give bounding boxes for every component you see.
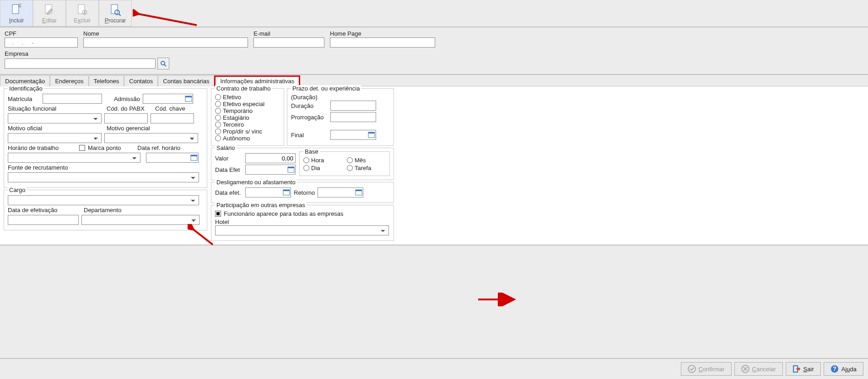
propdir-label: Prop/dir s/ vinc — [223, 128, 262, 135]
tab-telefones[interactable]: Telefones — [89, 75, 124, 86]
calendar-icon — [283, 188, 290, 196]
codchave-label: Cód. chave — [155, 105, 185, 112]
svg-rect-21 — [283, 190, 290, 191]
retorno-label: Retorno — [294, 189, 315, 196]
func-todas-label: Funcionário aparece para todas as empres… — [224, 210, 344, 217]
calendar-icon — [355, 188, 362, 196]
marca-ponto-label: Marca ponto — [88, 144, 121, 151]
fonte-label: Fonte de recrutamento — [8, 164, 68, 171]
procurar-label: Procurar — [105, 17, 126, 24]
svg-point-24 — [688, 365, 695, 373]
email-label: E-mail — [253, 30, 324, 37]
valor-label: Valor — [215, 155, 243, 162]
ajuda-label: Ajuda — [841, 366, 857, 373]
legend-prazo: Prazo det. ou experiência — [291, 85, 361, 92]
valor-input[interactable] — [245, 153, 296, 163]
editar-button[interactable]: Editar — [33, 0, 66, 27]
sair-button[interactable]: Sair — [786, 362, 821, 376]
motivo-ger-select[interactable] — [104, 133, 198, 143]
radio-terceiro[interactable] — [215, 122, 221, 128]
svg-rect-17 — [368, 132, 375, 133]
radio-dia[interactable] — [303, 165, 309, 171]
matricula-label: Matrícula — [8, 96, 40, 102]
cpf-input[interactable] — [5, 37, 78, 48]
help-icon: ? — [830, 365, 839, 373]
homepage-label: Home Page — [330, 30, 435, 37]
efetivo-esp-label: Efetivo especial — [223, 101, 264, 107]
situacao-select[interactable] — [8, 113, 102, 123]
efetivo-label: Efetivo — [223, 94, 241, 101]
dia-label: Dia — [311, 165, 320, 171]
radio-efetivo-esp[interactable] — [215, 101, 221, 107]
empresa-label: Empresa — [5, 50, 169, 57]
legend-identificacao: Identificação — [8, 85, 44, 92]
legend-cargo: Cargo — [8, 187, 27, 193]
matricula-input[interactable] — [43, 94, 102, 104]
horario-select[interactable] — [8, 153, 140, 163]
empresa-search-button[interactable] — [157, 58, 169, 69]
empresa-input[interactable] — [5, 59, 156, 69]
hora-label: Hora — [311, 157, 324, 164]
duracao-input[interactable] — [330, 101, 376, 111]
cargo-select[interactable] — [8, 195, 199, 205]
group-identificacao: Identificação Matrícula Admissão Situaçã… — [4, 88, 207, 188]
edit-doc-icon — [44, 3, 55, 16]
motivo-of-select[interactable] — [8, 133, 102, 143]
nome-input[interactable] — [83, 37, 248, 48]
codpabx-input[interactable] — [104, 113, 148, 123]
radio-estagiario[interactable] — [215, 115, 221, 121]
email-input[interactable] — [253, 37, 324, 48]
confirmar-label: Confirmar — [699, 366, 725, 373]
radio-autonomo[interactable] — [215, 135, 221, 141]
autonomo-label: Autônomo — [223, 135, 250, 142]
prorrog-label: Prorrogação — [291, 114, 328, 121]
mes-label: Mês — [355, 157, 366, 164]
data-efetiv-input[interactable] — [8, 215, 79, 225]
departamento-select[interactable] — [81, 215, 199, 225]
group-prazo: Prazo det. ou experiência (Duração) Dura… — [287, 88, 394, 146]
tab-contas-bancarias[interactable]: Contas bancárias — [158, 75, 214, 86]
codpabx-label: Cód. do PABX — [107, 105, 145, 112]
codchave-input[interactable] — [151, 113, 194, 123]
incluir-button[interactable]: IIncluirncluir — [0, 0, 33, 27]
marca-ponto-checkbox[interactable] — [79, 145, 85, 151]
tab-contatos[interactable]: Contatos — [124, 75, 158, 86]
fonte-select[interactable] — [8, 172, 199, 182]
radio-temporario[interactable] — [215, 108, 221, 114]
legend-base: Base — [303, 148, 320, 155]
exit-icon — [793, 365, 801, 373]
svg-rect-0 — [12, 5, 19, 14]
radio-hora[interactable] — [303, 157, 309, 163]
homepage-input[interactable] — [330, 37, 435, 48]
svg-rect-19 — [288, 167, 294, 168]
group-salario: Salário Valor Data Efet Base Hora Mês Di… — [211, 148, 394, 180]
admissao-label: Admissão — [114, 96, 140, 102]
sair-label: Sair — [803, 366, 814, 373]
radio-mes[interactable] — [347, 157, 353, 163]
nome-label: Nome — [83, 30, 248, 37]
duracao-grp-label: (Duração) — [291, 94, 318, 101]
new-doc-icon — [11, 3, 22, 16]
hotel-label: Hotel — [215, 219, 229, 225]
legend-salario: Salário — [215, 144, 236, 151]
ajuda-button[interactable]: ? Ajuda — [824, 362, 863, 376]
prorrog-input[interactable] — [330, 112, 376, 122]
legend-contrato: Contrato de trabalho — [215, 85, 272, 92]
tab-enderecos[interactable]: Endereços — [50, 75, 88, 86]
svg-text:?: ? — [833, 365, 836, 372]
hotel-select[interactable] — [215, 225, 389, 235]
duracao-label: Duração — [291, 102, 328, 109]
group-participacao: Participação em outras empresas Funcioná… — [211, 205, 394, 241]
excluir-button[interactable]: Excluir — [66, 0, 99, 27]
group-base: Base Hora Mês Dia Tarefa — [299, 151, 390, 176]
calendar-icon — [287, 165, 295, 173]
func-todas-checkbox[interactable] — [215, 211, 221, 217]
cancelar-button[interactable]: Cancelar — [734, 362, 783, 376]
procurar-button[interactable]: Procurar — [99, 0, 132, 27]
motivo-ger-label: Motivo gerencial — [107, 125, 150, 132]
radio-propdir[interactable] — [215, 128, 221, 134]
search-doc-icon — [110, 3, 121, 16]
confirmar-button[interactable]: Confirmar — [681, 362, 732, 376]
radio-efetivo[interactable] — [215, 94, 221, 100]
radio-tarefa[interactable] — [347, 165, 353, 171]
